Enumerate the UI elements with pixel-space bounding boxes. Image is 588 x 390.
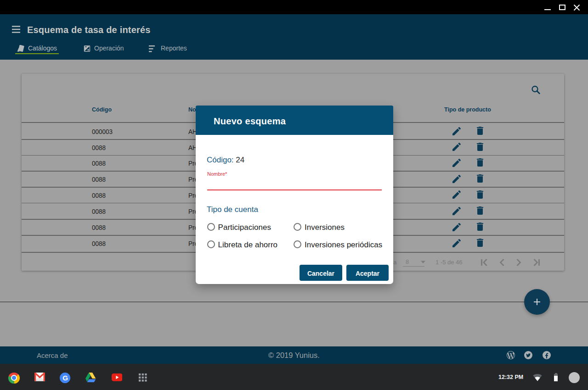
- svg-text:G: G: [62, 374, 68, 382]
